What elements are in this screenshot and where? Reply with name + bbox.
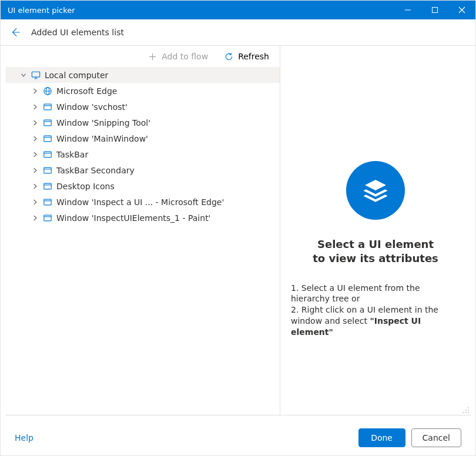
window-icon xyxy=(43,102,52,112)
tree-node[interactable]: Window 'MainWindow' xyxy=(5,130,280,146)
svg-rect-26 xyxy=(44,215,51,221)
layers-icon xyxy=(346,161,405,220)
help-link[interactable]: Help xyxy=(15,433,33,442)
svg-rect-1 xyxy=(433,8,438,13)
tree-node-label: TaskBar xyxy=(56,150,88,159)
svg-rect-14 xyxy=(44,120,51,126)
globe-icon xyxy=(43,86,52,96)
footer: Help Done Cancel xyxy=(1,420,475,455)
monitor-icon xyxy=(31,71,41,80)
empty-state-instructions: 1. Select a UI element from the hierarch… xyxy=(291,283,460,338)
svg-point-33 xyxy=(468,412,469,413)
cancel-button[interactable]: Cancel xyxy=(411,428,461,447)
svg-rect-24 xyxy=(44,199,51,205)
tree-node-label: TaskBar Secondary xyxy=(56,166,135,175)
refresh-label: Refresh xyxy=(238,52,269,61)
window-title: UI element picker xyxy=(8,6,394,15)
window-controls xyxy=(394,1,475,19)
tree-node[interactable]: Window 'InspectUIElements_1 - Paint' xyxy=(5,210,280,226)
tree-node[interactable]: TaskBar xyxy=(5,146,280,162)
chevron-right-icon[interactable] xyxy=(32,214,39,222)
ui-tree: Local computer Microsoft EdgeWindow 'svc… xyxy=(5,67,280,415)
page-title: Added UI elements list xyxy=(31,28,124,37)
minimize-button[interactable] xyxy=(394,1,421,19)
tree-node[interactable]: Microsoft Edge xyxy=(5,83,280,99)
chevron-right-icon[interactable] xyxy=(32,103,39,110)
chevron-down-icon[interactable] xyxy=(20,72,27,79)
maximize-button[interactable] xyxy=(421,1,448,19)
chevron-right-icon[interactable] xyxy=(32,119,39,126)
chevron-right-icon[interactable] xyxy=(32,167,39,174)
window-icon xyxy=(43,134,52,143)
tree-node-root[interactable]: Local computer xyxy=(5,67,280,83)
tree-node[interactable]: TaskBar Secondary xyxy=(5,162,280,178)
tree-node[interactable]: Window 'Inspect a UI ... - Microsoft Edg… xyxy=(5,194,280,210)
chevron-right-icon[interactable] xyxy=(32,183,39,190)
chevron-right-icon[interactable] xyxy=(32,151,39,158)
tree-node[interactable]: Desktop Icons xyxy=(5,178,280,194)
refresh-button[interactable]: Refresh xyxy=(216,47,277,66)
add-to-flow-button: Add to flow xyxy=(140,47,216,66)
svg-point-28 xyxy=(468,407,469,408)
svg-rect-22 xyxy=(44,183,51,189)
tree-node-label: Microsoft Edge xyxy=(56,86,117,96)
empty-state-title: Select a UI element to view its attribut… xyxy=(313,237,438,266)
svg-point-29 xyxy=(465,410,467,411)
window-icon xyxy=(43,213,52,223)
tree-panel: Add to flow Refresh Local computer xyxy=(5,46,280,415)
window-icon xyxy=(43,150,52,159)
main-content: Add to flow Refresh Local computer xyxy=(1,46,475,420)
back-arrow-icon[interactable] xyxy=(10,27,21,38)
tree-node[interactable]: Window 'Snipping Tool' xyxy=(5,115,280,130)
done-button[interactable]: Done xyxy=(358,428,405,447)
add-to-flow-label: Add to flow xyxy=(162,52,208,61)
window-icon xyxy=(43,197,52,207)
svg-rect-20 xyxy=(44,167,51,173)
chevron-right-icon[interactable] xyxy=(32,135,39,142)
tree-node-label: Window 'InspectUIElements_1 - Paint' xyxy=(56,213,210,223)
close-button[interactable] xyxy=(448,1,475,19)
tree-node-label: Local computer xyxy=(45,71,108,80)
svg-rect-12 xyxy=(44,104,51,110)
svg-point-30 xyxy=(468,410,469,411)
toolbar: Add to flow Refresh xyxy=(5,46,280,67)
svg-rect-6 xyxy=(32,72,39,77)
plus-icon xyxy=(148,52,157,61)
details-panel: Select a UI element to view its attribut… xyxy=(280,46,471,415)
resize-grip[interactable] xyxy=(461,405,470,414)
chevron-right-icon[interactable] xyxy=(32,199,39,206)
svg-point-32 xyxy=(465,412,467,413)
tree-node-label: Window 'svchost' xyxy=(56,102,128,112)
window-icon xyxy=(43,118,52,128)
page-header: Added UI elements list xyxy=(1,19,475,46)
titlebar: UI element picker xyxy=(1,1,475,19)
chevron-right-icon[interactable] xyxy=(32,88,39,95)
window-icon xyxy=(43,166,52,175)
tree-node-label: Window 'Snipping Tool' xyxy=(56,118,150,128)
svg-point-31 xyxy=(463,412,464,413)
empty-state: Select a UI element to view its attribut… xyxy=(291,161,460,338)
svg-rect-16 xyxy=(44,136,51,142)
refresh-icon xyxy=(224,52,233,61)
tree-node-label: Desktop Icons xyxy=(56,182,115,191)
tree-node-label: Window 'MainWindow' xyxy=(56,134,148,143)
tree-node-label: Window 'Inspect a UI ... - Microsoft Edg… xyxy=(56,197,224,207)
window-icon xyxy=(43,182,52,191)
tree-node[interactable]: Window 'svchost' xyxy=(5,99,280,115)
svg-rect-18 xyxy=(44,152,51,157)
